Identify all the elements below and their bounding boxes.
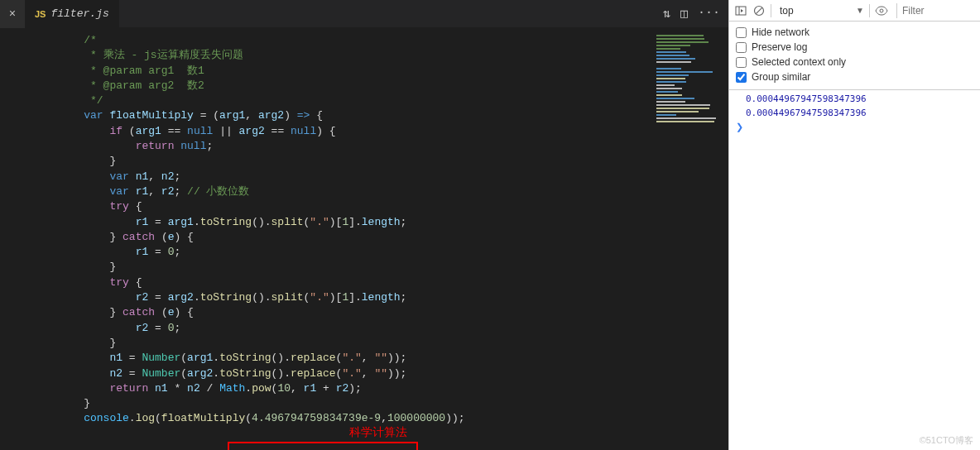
toggle-sidebar-icon[interactable] (734, 4, 747, 17)
hide-network-checkbox[interactable]: Hide network (733, 25, 980, 40)
svg-marker-2 (741, 9, 743, 12)
more-actions-icon[interactable]: ··· (698, 6, 720, 22)
code-content[interactable]: /* * 乘法 - js运算精度丢失问题 * @param arg1 数1 * … (0, 28, 650, 450)
checkbox-label: Group similar (752, 71, 810, 83)
chevron-down-icon: ▼ (856, 6, 864, 15)
clear-console-icon[interactable] (752, 4, 766, 17)
console-toolbar: top ▼ (729, 0, 980, 22)
live-expression-icon[interactable] (875, 4, 888, 17)
console-output: 0.00044967947598347396 (729, 92, 980, 106)
svg-line-4 (756, 7, 761, 13)
tab-close-button[interactable]: × (0, 0, 25, 28)
split-editor-icon[interactable]: ◫ (680, 6, 688, 22)
filter-input[interactable] (896, 3, 980, 18)
checkbox-input[interactable] (736, 42, 747, 53)
group-similar-checkbox[interactable]: Group similar (733, 69, 980, 84)
selected-context-only-checkbox[interactable]: Selected context only (733, 55, 980, 69)
context-selector[interactable]: top (776, 5, 851, 17)
checkbox-input[interactable] (736, 72, 747, 83)
minimap[interactable] (650, 28, 728, 450)
checkbox-label: Hide network (752, 26, 809, 38)
js-file-icon: JS (35, 9, 46, 19)
devtools-console-panel: top ▼ Hide network Preserve log Selected… (728, 0, 980, 450)
code-editor-panel: × JS filter.js ⇅ ◫ ··· /* * 乘法 - js运算精度丢… (0, 0, 728, 450)
checkbox-label: Selected context only (752, 56, 846, 68)
preserve-log-checkbox[interactable]: Preserve log (733, 40, 980, 55)
console-log-area[interactable]: 0.00044967947598347396 0.000449679475983… (729, 90, 980, 450)
tab-filename: filter.js (50, 7, 108, 20)
compare-changes-icon[interactable]: ⇅ (663, 6, 670, 22)
console-output: 0.00044967947598347396 (729, 106, 980, 120)
editor-tab-bar: × JS filter.js ⇅ ◫ ··· (0, 0, 728, 28)
console-settings: Hide network Preserve log Selected conte… (729, 22, 980, 90)
close-icon: × (9, 7, 16, 21)
checkbox-input[interactable] (736, 27, 747, 38)
console-prompt[interactable]: ❯ (729, 120, 980, 134)
watermark: ©51CTO博客 (920, 434, 973, 447)
checkbox-label: Preserve log (752, 41, 807, 53)
svg-point-5 (880, 9, 883, 12)
tab-filter-js[interactable]: JS filter.js (25, 0, 119, 28)
checkbox-input[interactable] (736, 57, 747, 68)
